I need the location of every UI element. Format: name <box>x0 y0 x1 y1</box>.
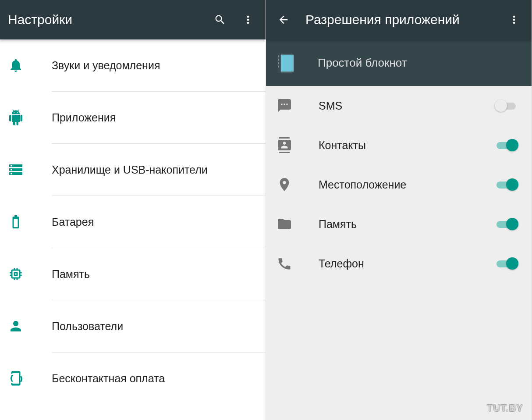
permissions-title: Разрешения приложений <box>305 12 496 27</box>
app-header: Простой блокнот <box>266 39 532 86</box>
user-icon <box>8 318 52 334</box>
permission-switch-storage[interactable] <box>495 217 518 231</box>
sms-icon <box>277 98 319 114</box>
folder-icon <box>277 216 319 232</box>
settings-list: Звуки и уведомления Приложения Хранилище… <box>0 39 266 420</box>
settings-appbar: Настройки <box>0 0 266 39</box>
permission-label: Контакты <box>319 139 495 152</box>
search-icon[interactable] <box>210 10 230 29</box>
storage-icon <box>8 162 52 178</box>
permissions-appbar: Разрешения приложений <box>266 0 532 39</box>
permission-phone[interactable]: Телефон <box>266 244 532 283</box>
permission-label: Телефон <box>319 257 495 270</box>
back-icon[interactable] <box>274 10 293 29</box>
permissions-screen: Разрешения приложений Простой блокнот SM… <box>266 0 532 420</box>
memory-icon <box>8 266 52 282</box>
location-icon <box>277 177 319 192</box>
phone-icon <box>277 256 319 271</box>
settings-item-label: Хранилище и USB-накопители <box>52 164 266 176</box>
settings-item-label: Приложения <box>52 111 266 124</box>
permission-sms[interactable]: SMS <box>266 86 532 125</box>
permissions-list: SMS Контакты Местоположение <box>266 86 532 420</box>
settings-item-apps[interactable]: Приложения <box>0 92 266 143</box>
settings-item-users[interactable]: Пользователи <box>0 300 266 352</box>
permission-label: Местоположение <box>319 178 495 191</box>
more-icon[interactable] <box>238 10 258 29</box>
permission-switch-sms[interactable] <box>495 99 518 113</box>
settings-item-label: Батарея <box>52 216 266 228</box>
battery-icon <box>8 214 52 230</box>
settings-title: Настройки <box>8 12 202 27</box>
permission-label: Память <box>319 218 495 231</box>
svg-rect-5 <box>278 62 279 64</box>
settings-item-storage[interactable]: Хранилище и USB-накопители <box>0 144 266 196</box>
settings-item-sound[interactable]: Звуки и уведомления <box>0 39 266 91</box>
permission-switch-location[interactable] <box>495 178 518 192</box>
bell-icon <box>8 57 52 73</box>
permission-storage[interactable]: Память <box>266 204 532 244</box>
settings-item-label: Память <box>52 268 266 281</box>
svg-rect-4 <box>278 59 279 61</box>
settings-item-label: Пользователи <box>52 320 266 333</box>
permission-location[interactable]: Местоположение <box>266 165 532 204</box>
settings-item-memory[interactable]: Память <box>0 248 266 300</box>
app-icon <box>274 51 318 75</box>
permission-switch-contacts[interactable] <box>495 138 518 152</box>
settings-item-nfc[interactable]: Бесконтактная оплата <box>0 352 266 404</box>
permission-label: SMS <box>319 100 495 112</box>
settings-item-label: Звуки и уведомления <box>52 59 266 72</box>
permission-switch-phone[interactable] <box>495 256 518 271</box>
svg-rect-2 <box>278 54 281 73</box>
apps-icon <box>8 110 52 125</box>
settings-item-battery[interactable]: Батарея <box>0 196 266 248</box>
app-name-label: Простой блокнот <box>318 56 407 70</box>
nfc-icon <box>8 370 52 386</box>
svg-rect-6 <box>278 66 279 68</box>
settings-screen: Настройки Звуки и уведомления Приложения <box>0 0 266 420</box>
svg-rect-1 <box>279 55 294 71</box>
settings-item-label: Бесконтактная оплата <box>52 372 266 385</box>
contacts-icon <box>277 137 319 153</box>
more-icon[interactable] <box>504 10 524 29</box>
permission-contacts[interactable]: Контакты <box>266 125 532 165</box>
svg-rect-3 <box>278 55 279 57</box>
